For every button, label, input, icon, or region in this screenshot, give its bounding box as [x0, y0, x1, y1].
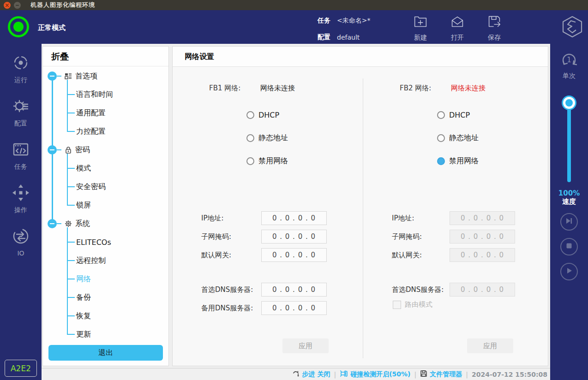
lock-icon: [64, 146, 72, 154]
tree-item-general-config[interactable]: 通用配置: [43, 104, 168, 122]
step-run-button[interactable]: [560, 213, 578, 231]
window-title: 机器人图形化编程环境: [30, 1, 95, 9]
exit-button[interactable]: 退出: [48, 345, 163, 361]
step-mode-status[interactable]: 步进 关闭: [293, 370, 330, 379]
tree-group-system[interactable]: 系统: [43, 214, 168, 233]
radio-icon[interactable]: [246, 111, 254, 119]
settings-tree-panel: 折叠 首选项 语言和时间 通用配置 力控配置: [42, 46, 169, 366]
fb1-apply-button[interactable]: 应用: [282, 338, 329, 353]
radio-checked-icon[interactable]: [437, 157, 445, 165]
robot-mode-indicator-icon[interactable]: [8, 16, 29, 37]
tree-item-update[interactable]: 更新: [43, 325, 168, 344]
tree-item-safety-password[interactable]: 安全密码: [43, 178, 168, 196]
fb1-section: FB1 网络: 网络未连接 DHCP 静态地址 禁用网络 IP地址: 0 . 0…: [174, 67, 361, 366]
network-settings-panel: 网络设置 FB1 网络: 网络未连接 DHCP 静态地址 禁用网络 IP地址:: [172, 46, 548, 366]
move-arrows-icon: [11, 183, 30, 204]
left-nav-rail: 运行 配置 任务 操作 IO A2E2: [0, 44, 42, 380]
task-config-block: 任务 <未命名>* 配置 default: [318, 15, 370, 43]
task-value: <未命名>*: [337, 17, 370, 25]
robot-id-badge[interactable]: A2E2: [5, 360, 37, 377]
tree-collapse-header[interactable]: 折叠: [43, 47, 168, 66]
mode-label: 正常模式: [38, 24, 66, 32]
collapse-toggle-icon[interactable]: [48, 219, 57, 228]
task-label: 任务: [318, 17, 330, 25]
status-bar: 步进 关闭 | 碰撞检测开启(50%) | 文件管理器 | 2024-07-12…: [42, 368, 550, 380]
stop-icon: [565, 242, 573, 251]
radio-icon[interactable]: [246, 134, 254, 142]
fb1-subnet-mask-input[interactable]: 0 . 0 . 0 . 0: [261, 230, 327, 243]
step-arrow-icon: [293, 370, 300, 379]
radio-icon[interactable]: [437, 111, 445, 119]
gear-list-icon: [11, 96, 30, 118]
fb1-device-label: FB1 网络:: [209, 84, 240, 93]
fb2-radio-static[interactable]: 静态地址: [437, 132, 479, 144]
fb2-router-mode-checkbox[interactable]: 路由模式: [393, 300, 432, 309]
fb1-gateway-input[interactable]: 0 . 0 . 0 . 0: [261, 248, 327, 262]
single-cycle-count: 1: [559, 50, 579, 70]
tree-item-lock-screen[interactable]: 锁屏: [43, 196, 168, 214]
fb2-radio-disable[interactable]: 禁用网络: [437, 155, 479, 167]
tree-item-remote-control[interactable]: 远程控制: [43, 251, 168, 270]
skip-next-icon: [565, 217, 573, 227]
fb1-radio-static[interactable]: 静态地址: [246, 132, 288, 144]
fb2-ip-address-input[interactable]: 0 . 0 . 0 . 0: [450, 211, 515, 225]
file-manager-button[interactable]: 文件管理器: [420, 370, 462, 379]
tree-group-password[interactable]: 密码: [43, 141, 168, 159]
fb1-ip-address-input[interactable]: 0 . 0 . 0 . 0: [261, 211, 327, 225]
fb2-subnet-mask-input[interactable]: 0 . 0 . 0 . 0: [450, 230, 515, 243]
tree-item-force-config[interactable]: 力控配置: [43, 122, 168, 141]
window-minimize-button[interactable]: [14, 2, 21, 9]
nav-run-button[interactable]: 运行: [0, 53, 42, 84]
fb1-radio-disable[interactable]: 禁用网络: [246, 155, 288, 167]
save-task-button[interactable]: 保存: [481, 13, 508, 42]
fb1-primary-dns-input[interactable]: 0 . 0 . 0 . 0: [261, 283, 327, 297]
tree-item-network[interactable]: 网络: [43, 270, 168, 288]
speed-label: 速度: [550, 197, 588, 206]
fb1-secondary-dns-input[interactable]: 0 . 0 . 0 . 0: [261, 301, 327, 315]
fb2-primary-dns-input[interactable]: 0 . 0 . 0 . 0: [450, 283, 515, 297]
fb2-radio-dhcp[interactable]: DHCP: [437, 109, 470, 121]
window-close-button[interactable]: [4, 2, 11, 9]
stop-button[interactable]: [560, 238, 578, 255]
fb2-apply-button[interactable]: 应用: [467, 338, 513, 353]
right-control-rail: 1 单次 100% 速度: [550, 44, 588, 380]
open-envelope-icon: [449, 13, 466, 32]
code-window-icon: [11, 140, 30, 161]
nav-config-button[interactable]: 配置: [0, 96, 42, 128]
collapse-toggle-icon[interactable]: [48, 145, 57, 154]
radio-icon[interactable]: [437, 134, 445, 142]
speed-slider-track[interactable]: [567, 103, 571, 182]
new-task-button[interactable]: 新建: [407, 13, 434, 42]
system-timestamp: 2024-07-12 15:50:08: [472, 371, 547, 378]
tree-item-elitecos[interactable]: ELITECOs: [43, 233, 168, 251]
radio-icon[interactable]: [246, 157, 254, 165]
fb1-status: 网络未连接: [260, 84, 295, 93]
fb2-status: 网络未连接: [451, 84, 486, 93]
fb2-gateway-input[interactable]: 0 . 0 . 0 . 0: [450, 248, 515, 262]
fb1-radio-dhcp[interactable]: DHCP: [246, 109, 279, 121]
open-task-button[interactable]: 打开: [444, 13, 471, 42]
collision-robot-icon: [340, 369, 348, 379]
collapse-toggle-icon[interactable]: [48, 71, 57, 81]
play-icon: [565, 267, 573, 277]
nav-task-button[interactable]: 任务: [0, 140, 42, 171]
run-target-icon: [11, 53, 30, 74]
speed-slider-handle[interactable]: [563, 97, 575, 109]
collision-detection-status[interactable]: 碰撞检测开启(50%): [340, 369, 410, 379]
fb2-device-label: FB2 网络:: [400, 84, 431, 93]
tree-item-backup[interactable]: 备份: [43, 288, 168, 307]
speed-value: 100%: [550, 189, 588, 197]
play-button[interactable]: [560, 263, 578, 280]
checkbox-icon[interactable]: [393, 301, 401, 309]
config-value: default: [337, 34, 360, 41]
nav-jog-button[interactable]: 操作: [0, 183, 42, 214]
run-mode-single[interactable]: 1 单次: [550, 50, 588, 80]
nav-io-button[interactable]: IO: [0, 226, 42, 257]
save-floppy-icon: [486, 13, 503, 32]
tree-item-restore[interactable]: 恢复: [43, 307, 168, 325]
page-title: 网络设置: [173, 47, 548, 67]
tree-group-preferences[interactable]: 首选项: [43, 67, 168, 85]
window-titlebar: 机器人图形化编程环境: [0, 0, 588, 10]
tree-item-mode[interactable]: 模式: [43, 159, 168, 178]
tree-item-language-time[interactable]: 语言和时间: [43, 85, 168, 104]
